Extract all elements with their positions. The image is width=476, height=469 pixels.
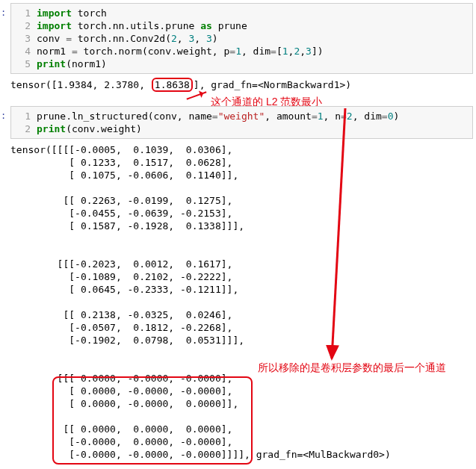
gutter: 5 — [11, 58, 37, 70]
code-line: 1 import torch — [11, 7, 472, 19]
annotation-removed-channel: 所以移除的是卷积层参数的最后一个通道 — [258, 361, 446, 375]
gutter: 1 — [11, 110, 37, 122]
code-line: 3 conv = torch.nn.Conv2d(2, 3, 3) — [11, 32, 472, 45]
prompt-bracket: : — [1, 3, 6, 18]
code-cell-2: : 1 prune.ln_structured(conv, name="weig… — [0, 106, 476, 139]
code-line: 2 print(conv.weight) — [11, 122, 472, 135]
highlight-min-norm: 1.8638 — [152, 78, 193, 92]
code-line: 5 print(norm1) — [11, 58, 472, 70]
code-text: prune.ln_structured(conv, name="weight",… — [37, 110, 472, 122]
code-line: 1 prune.ln_structured(conv, name="weight… — [11, 110, 472, 122]
tensor-output-pre: tensor([1.9384, 2.3780, — [10, 79, 151, 90]
highlight-zero-block — [52, 376, 253, 465]
tensor-output-post: ], grad_fn=<NormBackward1>) — [194, 79, 351, 90]
code-text: norm1 = torch.norm(conv.weight, p=1, dim… — [37, 45, 472, 58]
code-text: print(conv.weight) — [37, 122, 472, 135]
code-line: 4 norm1 = torch.norm(conv.weight, p=1, d… — [11, 45, 472, 58]
gutter: 2 — [11, 19, 37, 32]
gutter: 2 — [11, 122, 37, 135]
code-text: import torch.nn.utils.prune as prune — [37, 19, 472, 32]
code-text: print(norm1) — [37, 58, 472, 70]
gutter: 1 — [11, 7, 37, 19]
code-cell-1: : 1 import torch 2 import torch.nn.utils… — [0, 3, 476, 74]
gutter: 4 — [11, 45, 37, 58]
code-cell-1-body: 1 import torch 2 import torch.nn.utils.p… — [10, 3, 473, 74]
arrow-icon — [187, 91, 207, 99]
gutter: 3 — [11, 32, 37, 45]
code-text: import torch — [37, 7, 472, 19]
prompt-bracket: : — [1, 106, 6, 121]
code-line: 2 import torch.nn.utils.prune as prune — [11, 19, 472, 32]
code-cell-2-body: 1 prune.ln_structured(conv, name="weight… — [10, 106, 473, 139]
output-1: tensor([1.9384, 2.3780, 1.8638], grad_fn… — [10, 78, 473, 91]
code-text: conv = torch.nn.Conv2d(2, 3, 3) — [37, 32, 472, 45]
